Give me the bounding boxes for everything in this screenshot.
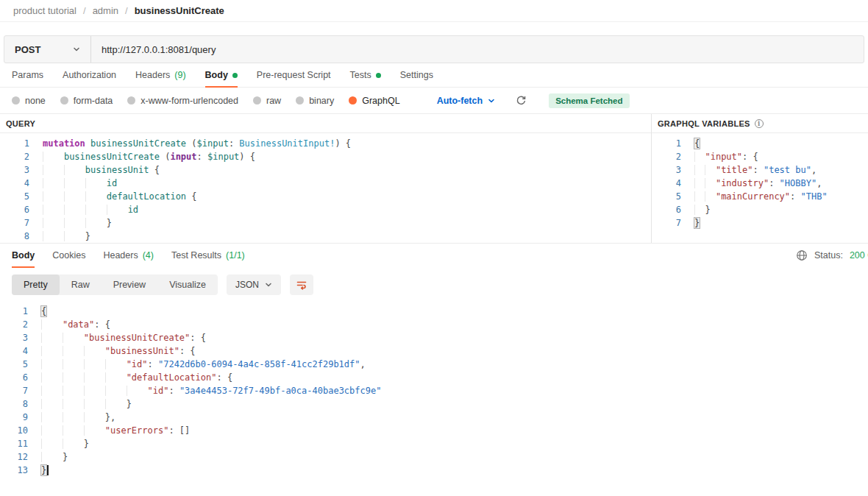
- response-format-dropdown[interactable]: JSON: [227, 274, 281, 295]
- bodytype-form-data[interactable]: form-data: [60, 96, 113, 106]
- code-line: 1{: [652, 137, 868, 150]
- tab-authorization[interactable]: Authorization: [63, 63, 116, 87]
- line-number: 8: [0, 397, 28, 411]
- line-number: 12: [0, 450, 28, 464]
- view-raw-button[interactable]: Raw: [60, 274, 102, 295]
- graphql-variables-editor[interactable]: 1{2 "input": {3 "title": "test bu",4 "in…: [652, 133, 868, 230]
- tab-headers[interactable]: Headers(9): [135, 63, 186, 87]
- wrap-text-icon: [296, 279, 307, 291]
- view-visualize-button[interactable]: Visualize: [157, 274, 218, 295]
- view-preview-button[interactable]: Preview: [102, 274, 157, 295]
- graphql-editors: QUERY 1mutation businessUnitCreate ($inp…: [0, 113, 868, 244]
- line-number: 6: [0, 203, 29, 216]
- breadcrumb-separator: /: [125, 5, 128, 16]
- line-number: 9: [0, 411, 28, 424]
- tab-pre-request-script[interactable]: Pre-request Script: [257, 63, 331, 87]
- response-view-switch: Pretty Raw Preview Visualize: [12, 274, 218, 295]
- code-line: 5 defaultLocation {: [0, 190, 651, 203]
- headers-count: (9): [174, 70, 185, 80]
- response-tab-headers[interactable]: Headers(4): [103, 244, 154, 267]
- code-line: 2 businessUnitCreate (input: $input) {: [0, 150, 651, 163]
- breadcrumb-separator: /: [83, 5, 86, 16]
- response-meta-row: Body Cookies Headers(4) Test Results(1/1…: [0, 244, 868, 267]
- status-value: 200 OK: [850, 250, 868, 261]
- response-toolbar: Pretty Raw Preview Visualize JSON: [12, 274, 856, 295]
- bodytype-urlencoded[interactable]: x-www-form-urlencoded: [127, 96, 238, 106]
- request-url-bar: POST http://127.0.0.1:8081/query: [4, 35, 864, 63]
- bodytype-graphql[interactable]: GraphQL: [349, 96, 399, 106]
- code-line: 6 }: [652, 203, 868, 216]
- tab-tests[interactable]: Tests: [350, 63, 381, 87]
- code-line: 3 "title": "test bu",: [652, 163, 868, 177]
- response-body-viewer[interactable]: 1{2 "data": {3 "businessUnitCreate": {4 …: [0, 301, 868, 477]
- line-number: 10: [0, 424, 28, 437]
- code-line: 5 "mainCurrency": "THB": [652, 190, 868, 203]
- radio-icon: [12, 96, 20, 104]
- response-headers-count: (4): [143, 250, 154, 261]
- globe-icon[interactable]: [796, 249, 808, 261]
- response-status-block: Status: 200 OK: [796, 244, 868, 267]
- line-number: 5: [0, 358, 28, 371]
- code-line: 10 "userErrors": []: [0, 424, 868, 437]
- line-number: 2: [652, 150, 681, 163]
- request-tabs: Params Authorization Headers(9) Body Pre…: [0, 63, 868, 88]
- response-tab-test-results[interactable]: Test Results(1/1): [171, 244, 245, 267]
- breadcrumb: product tutorial / admin / businessUnitC…: [0, 0, 868, 22]
- url-input[interactable]: http://127.0.0.1:8081/query: [91, 36, 864, 63]
- line-number: 6: [652, 203, 681, 216]
- line-number: 6: [0, 371, 28, 384]
- variables-pane: GRAPHQL VARIABLES i 1{2 "input": {3 "tit…: [652, 114, 868, 243]
- breadcrumb-collection[interactable]: product tutorial: [13, 5, 77, 16]
- chevron-down-icon: [488, 97, 495, 104]
- green-dot-icon: [376, 73, 381, 78]
- breadcrumb-folder[interactable]: admin: [93, 5, 118, 16]
- info-icon[interactable]: i: [755, 119, 764, 128]
- code-line: 7 "id": "3a4e4453-72f7-49bf-a0ca-40bae3c…: [0, 384, 868, 397]
- query-pane: QUERY 1mutation businessUnitCreate ($inp…: [0, 114, 652, 243]
- schema-status-badge: Schema Fetched: [549, 93, 629, 108]
- body-type-row: none form-data x-www-form-urlencoded raw…: [0, 88, 868, 113]
- view-pretty-button[interactable]: Pretty: [12, 274, 60, 295]
- line-number: 13: [0, 464, 28, 477]
- tab-params[interactable]: Params: [12, 63, 43, 87]
- tab-body[interactable]: Body: [205, 63, 238, 87]
- tab-settings[interactable]: Settings: [400, 63, 433, 87]
- status-label: Status:: [814, 250, 843, 261]
- code-line: 4 id: [0, 177, 651, 190]
- radio-icon: [127, 96, 135, 104]
- code-line: 11 }: [0, 437, 868, 450]
- line-number: 2: [0, 318, 28, 331]
- code-line: 4 "industry": "HOBBY",: [652, 177, 868, 190]
- variables-pane-header: GRAPHQL VARIABLES i: [652, 114, 868, 133]
- response-tab-body[interactable]: Body: [12, 244, 35, 267]
- code-line: 13}: [0, 464, 868, 477]
- line-number: 7: [0, 384, 28, 397]
- response-tab-cookies[interactable]: Cookies: [52, 244, 85, 267]
- code-line: 12 }: [0, 450, 868, 464]
- line-number: 1: [652, 137, 681, 150]
- radio-selected-icon: [349, 96, 357, 104]
- graphql-query-editor[interactable]: 1mutation businessUnitCreate ($input: Bu…: [0, 133, 651, 243]
- line-number: 5: [0, 190, 29, 203]
- line-number: 3: [0, 163, 29, 177]
- wrap-text-button[interactable]: [290, 274, 313, 295]
- code-line: 6 "defaultLocation": {: [0, 371, 868, 384]
- code-line: 7 }: [0, 216, 651, 230]
- bodytype-binary[interactable]: binary: [296, 96, 334, 106]
- refresh-schema-button[interactable]: [516, 95, 527, 106]
- autofetch-dropdown[interactable]: Auto-fetch: [437, 96, 496, 106]
- breadcrumb-request[interactable]: businessUnitCreate: [135, 5, 224, 16]
- query-pane-header: QUERY: [0, 114, 651, 133]
- bodytype-raw[interactable]: raw: [253, 96, 281, 106]
- line-number: 4: [0, 344, 28, 358]
- method-selector[interactable]: POST: [4, 36, 91, 63]
- code-line: 1{: [0, 305, 868, 318]
- code-line: 6 id: [0, 203, 651, 216]
- line-number: 5: [652, 190, 681, 203]
- radio-icon: [253, 96, 261, 104]
- code-line: 8 }: [0, 230, 651, 243]
- code-line: 7}: [652, 216, 868, 230]
- url-text: http://127.0.0.1:8081/query: [102, 44, 216, 55]
- bodytype-none[interactable]: none: [12, 96, 46, 106]
- code-line: 3 "businessUnitCreate": {: [0, 331, 868, 344]
